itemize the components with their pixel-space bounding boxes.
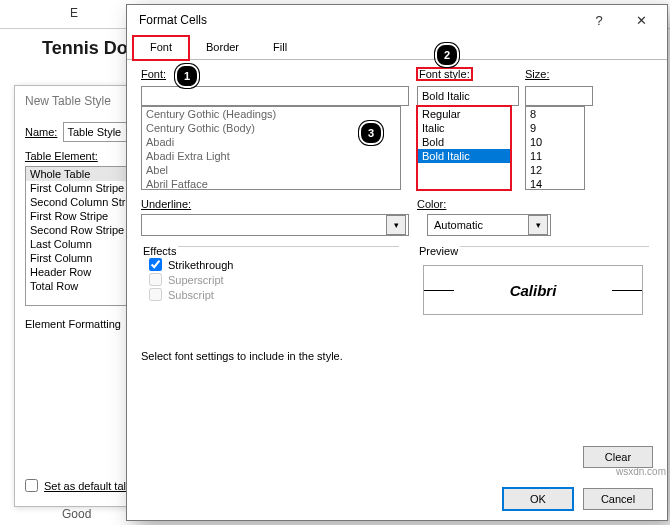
list-item[interactable]: Abadi Extra Light: [142, 149, 400, 163]
subscript-checkbox: [149, 288, 162, 301]
tab-fill[interactable]: Fill: [256, 36, 304, 60]
color-value: Automatic: [434, 219, 483, 231]
preview-box: Calibri: [423, 265, 643, 315]
set-default-label: Set as default tal: [44, 480, 126, 492]
superscript-label: Superscript: [168, 274, 224, 286]
underline-dropdown[interactable]: ▾: [141, 214, 409, 236]
effects-group: Effects Strikethrough Superscript Subscr…: [141, 246, 399, 337]
subscript-label: Subscript: [168, 289, 214, 301]
column-label: E: [70, 6, 78, 20]
strikethrough-label: Strikethrough: [168, 259, 233, 271]
list-item[interactable]: 10: [526, 135, 584, 149]
close-icon[interactable]: ✕: [621, 6, 661, 34]
font-style-input[interactable]: [417, 86, 519, 106]
font-style-label: Font style:: [417, 68, 472, 80]
list-item[interactable]: Italic: [418, 121, 510, 135]
list-item[interactable]: Bold: [418, 135, 510, 149]
effects-label: Effects: [141, 245, 178, 257]
good-label: Good: [62, 507, 91, 521]
list-item[interactable]: 14: [526, 177, 584, 190]
dialog-note: Select font settings to include in the s…: [141, 350, 343, 362]
name-label: Name:: [25, 126, 57, 138]
list-item[interactable]: 11: [526, 149, 584, 163]
tab-strip: Font Border Fill: [127, 35, 667, 60]
list-item[interactable]: Regular: [418, 107, 510, 121]
font-list[interactable]: Century Gothic (Headings) Century Gothic…: [141, 106, 401, 190]
size-input[interactable]: [525, 86, 593, 106]
help-icon[interactable]: ?: [579, 6, 619, 34]
dialog-body: Font: Font style: Size: Century Gothic (…: [127, 60, 667, 76]
watermark: wsxdn.com: [616, 466, 666, 477]
list-item[interactable]: 8: [526, 107, 584, 121]
callout-2: 2: [435, 43, 459, 67]
preview-text: Calibri: [510, 282, 557, 299]
dialog-titlebar: Format Cells ? ✕: [127, 5, 667, 35]
tab-border[interactable]: Border: [189, 36, 256, 60]
list-item[interactable]: Abel: [142, 163, 400, 177]
ok-button[interactable]: OK: [503, 488, 573, 510]
underline-label: Underline:: [141, 198, 191, 210]
chevron-down-icon[interactable]: ▾: [528, 215, 548, 235]
sheet-title: Tennis Do: [42, 38, 128, 59]
list-item[interactable]: Bold Italic: [418, 149, 510, 163]
set-default-row[interactable]: Set as default tal: [25, 479, 126, 492]
list-item[interactable]: 9: [526, 121, 584, 135]
set-default-checkbox[interactable]: [25, 479, 38, 492]
format-cells-dialog: Format Cells ? ✕ Font Border Fill Font: …: [126, 4, 668, 521]
callout-1: 1: [175, 64, 199, 88]
color-dropdown[interactable]: Automatic▾: [427, 214, 551, 236]
font-style-list[interactable]: Regular Italic Bold Bold Italic: [417, 106, 511, 190]
dialog-title: Format Cells: [139, 13, 207, 27]
tab-font[interactable]: Font: [133, 36, 189, 60]
preview-group: Preview Calibri: [417, 246, 649, 337]
callout-3: 3: [359, 121, 383, 145]
list-item[interactable]: 12: [526, 163, 584, 177]
chevron-down-icon[interactable]: ▾: [386, 215, 406, 235]
size-label: Size:: [525, 68, 549, 80]
list-item[interactable]: Abril Fatface: [142, 177, 400, 190]
font-input[interactable]: [141, 86, 409, 106]
font-label: Font:: [141, 68, 166, 80]
superscript-checkbox: [149, 273, 162, 286]
preview-label: Preview: [417, 245, 460, 257]
list-item[interactable]: Century Gothic (Headings): [142, 107, 400, 121]
strikethrough-checkbox[interactable]: [149, 258, 162, 271]
cancel-button[interactable]: Cancel: [583, 488, 653, 510]
clear-button[interactable]: Clear: [583, 446, 653, 468]
size-list[interactable]: 8 9 10 11 12 14: [525, 106, 585, 190]
color-label: Color:: [417, 198, 446, 210]
